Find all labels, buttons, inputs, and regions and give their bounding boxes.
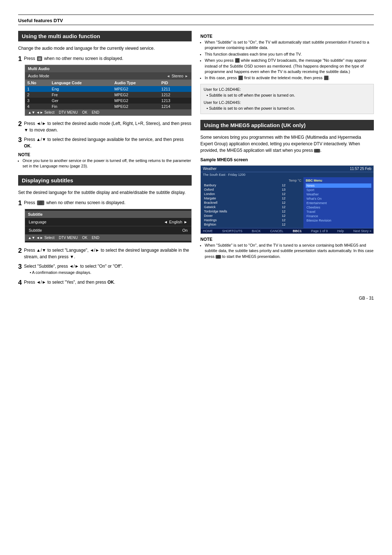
mheg5-sub-title: The South East · Friday 1200 xyxy=(201,172,373,177)
audio-screen-footer: ▲▼ ◄► Select DTV MENU OK END xyxy=(25,109,191,116)
audio-mode-label: Audio Mode xyxy=(28,74,49,78)
section-multi-audio: Using the multi audio function Change th… xyxy=(18,31,192,169)
right-note-bullet-0: When "Subtitle" is set to "On", the TV w… xyxy=(205,40,374,51)
mheg5-bottom-cancel: CANCEL xyxy=(270,229,283,233)
mheg-menu-item-5: Cbeebies xyxy=(306,205,371,210)
multi-audio-screen: Multi Audio Audio Mode ◄ Stereo ► S.No L… xyxy=(25,65,192,116)
mheg5-intro: Some services bring you programmes with … xyxy=(200,134,374,154)
col-pid: PID xyxy=(159,80,184,86)
note-mheg5: NOTE When "Subtitle" is set to "On", and… xyxy=(200,237,374,259)
mheg5-top-bar: Weather 11:57 25 Feb xyxy=(201,166,373,172)
note-subtitle-right: NOTE When "Subtitle" is set to "On", the… xyxy=(200,34,374,81)
note-title-mheg5: NOTE xyxy=(200,237,374,242)
mheg5-weather-table: Temp °C Banbury12Oxford13London12Margate… xyxy=(201,177,303,228)
right-note-bullet-3: In this case, press ⬛ first to activate … xyxy=(205,75,374,81)
mheg-menu-item-8: Bitesize Revision xyxy=(306,218,371,223)
note-mheg5-bullet: When "Subtitle" is set to "On", and the … xyxy=(205,243,374,259)
step3-sub-content: Select "Subtitle", press ◄/► to select "… xyxy=(24,263,192,276)
step4-sub-content: Press ◄/► to select "Yes", and then pres… xyxy=(24,279,192,285)
col-sno: S.No xyxy=(25,80,50,86)
useful-features-label: Useful features DTV xyxy=(18,18,63,23)
mheg-menu-item-2: Weather xyxy=(306,192,371,197)
mheg5-bottom-help: Help xyxy=(337,229,344,233)
note-multi-audio: NOTE Once you tune to another service or… xyxy=(18,152,192,169)
subtitle-language-value: ◄ English ► xyxy=(164,220,188,224)
col-type: Audio Type xyxy=(112,80,159,86)
step-number-3a: 3 xyxy=(18,136,22,144)
step-number-2a: 2 xyxy=(18,120,22,128)
audio-table-row: 3GerMPEG21213 xyxy=(25,98,191,104)
mheg-menu-item-6: Travel xyxy=(306,210,371,214)
mheg5-menu-items: NewsSportWeatherWhat's OnEntertainmentCb… xyxy=(306,183,371,223)
mheg5-bottom-shortcuts: SHORTCUTS xyxy=(222,229,242,233)
subtitle-footer: ▲▼ ◄► Select DTV MENU OK END xyxy=(25,235,191,241)
mheg5-city-table: Banbury12Oxford13London12Margate12Brackn… xyxy=(203,183,301,227)
mheg-menu-item-4: Entertainment xyxy=(306,201,371,205)
step1-multi-audio: 1 Press ⊞ when no other menu screen is d… xyxy=(18,55,192,62)
audio-mode-value: ◄ Stereo ► xyxy=(167,74,188,78)
step1-content: Press ⊞ when no other menu screen is dis… xyxy=(24,55,192,62)
user-lc26d44e: User for LC-26D44E: xyxy=(204,86,371,93)
right-column: NOTE When "Subtitle" is set to "On", the… xyxy=(200,31,374,288)
subtitle-onoff-value: On xyxy=(182,228,188,232)
subtitle-lang-arrow-right: ► xyxy=(184,220,188,224)
user-lc26d44s: User for LC-26D44S: xyxy=(204,100,371,106)
multi-audio-screen-header: Multi Audio xyxy=(25,65,191,72)
mheg-city-row: Brighton12 xyxy=(203,222,301,227)
lc26d44e-bullet: • Subtitle is set to off when the power … xyxy=(204,92,371,98)
step2-content: Press ◄/► to select the desired audio mo… xyxy=(24,120,192,133)
mheg-city-row: Gatwick12 xyxy=(203,205,301,209)
right-note-bullet-2: When you press ⬛ while watching DTV broa… xyxy=(205,58,374,74)
step3-subtitles: 3 Select "Subtitle", press ◄/► to select… xyxy=(18,263,192,276)
note-content-mheg5: When "Subtitle" is set to "On", and the … xyxy=(200,243,374,259)
mheg5-content: Temp °C Banbury12Oxford13London12Margate… xyxy=(201,177,373,228)
col-lang: Language Code xyxy=(50,80,112,86)
right-note-bullet-1: This function deactivates each time you … xyxy=(205,52,374,57)
mheg-city-row: Margate12 xyxy=(203,196,301,200)
step-number-s1: 1 xyxy=(18,199,22,207)
step3-content: Press ▲/▼ to select the desired language… xyxy=(24,136,192,149)
subtitle-lang-arrow-left: ◄ xyxy=(164,220,168,224)
mheg5-temp-header: Temp °C xyxy=(203,179,301,182)
mheg5-bottom-home: HOME xyxy=(203,229,213,233)
step4-subtitles: 4 Press ◄/► to select "Yes", and then pr… xyxy=(18,279,192,285)
col-extra xyxy=(183,80,191,86)
section-mheg5: Using the MHEG5 application (UK only) So… xyxy=(200,120,374,259)
page-header: Useful features DTV xyxy=(18,15,374,25)
audio-table-row: 4FinMPEG21214 xyxy=(25,104,191,109)
step-number-s4: 4 xyxy=(18,279,22,287)
multi-audio-intro: Change the audio mode and language for t… xyxy=(18,45,192,52)
mheg5-menu-header: BBC Menu xyxy=(306,179,371,182)
mheg5-time: 11:57 25 Feb xyxy=(350,167,371,171)
audio-button-icon: ⊞ xyxy=(37,56,42,61)
sample-mheg5-label: Sample MHEG5 screen xyxy=(200,157,374,162)
mheg-menu-item-1: Sport xyxy=(306,188,371,192)
note-content-right1: When "Subtitle" is set to "On", the TV w… xyxy=(200,40,374,81)
note-bullet: Once you tune to another service or the … xyxy=(23,158,192,169)
subtitle-language-row: Language ◄ English ► xyxy=(25,218,191,226)
subtitle-onoff-row: Subtitle On xyxy=(25,226,191,235)
mheg-menu-item-3: What's On xyxy=(306,197,371,201)
lc26d44s-bullet: • Subtitle is set to on when the power i… xyxy=(204,105,371,112)
step2-sub-content: Press ▲/▼ to select "Language", ◄/► to s… xyxy=(24,247,192,260)
subtitles-title: Displaying subtitles xyxy=(18,175,192,186)
mheg-menu-item-0: News xyxy=(306,183,371,188)
mheg5-bottom-back: BACK xyxy=(252,229,261,233)
audio-table: S.No Language Code Audio Type PID 1EngMP… xyxy=(25,80,191,109)
step2-subtitles: 2 Press ▲/▼ to select "Language", ◄/► to… xyxy=(18,247,192,260)
mheg5-bottom-page: Page 1 of 9 xyxy=(311,229,328,233)
mheg-city-row: Bracknell12 xyxy=(203,200,301,205)
mheg-city-row: Tonbridge Wells12 xyxy=(203,209,301,214)
subtitle-screen: Subtitle Language ◄ English ► Subtitle O… xyxy=(25,209,192,243)
section-subtitles: Displaying subtitles Set the desired lan… xyxy=(18,175,192,286)
user-note-box: User for LC-26D44E: • Subtitle is set to… xyxy=(200,84,374,114)
note-title-right1: NOTE xyxy=(200,34,374,39)
note-content-1: Once you tune to another service or the … xyxy=(18,158,192,169)
mheg-city-row: London12 xyxy=(203,192,301,196)
step2-multi-audio: 2 Press ◄/► to select the desired audio … xyxy=(18,120,192,133)
audio-table-row: 1EngMPEG21211 xyxy=(25,86,191,92)
mheg5-weather-label: Weather xyxy=(203,167,217,171)
step3-sub-bullet: A confirmation message displays. xyxy=(24,270,192,276)
left-column: Using the multi audio function Change th… xyxy=(18,31,192,288)
mheg5-bottom-bar: HOME SHORTCUTS BACK CANCEL BBC1 Page 1 o… xyxy=(201,228,373,234)
